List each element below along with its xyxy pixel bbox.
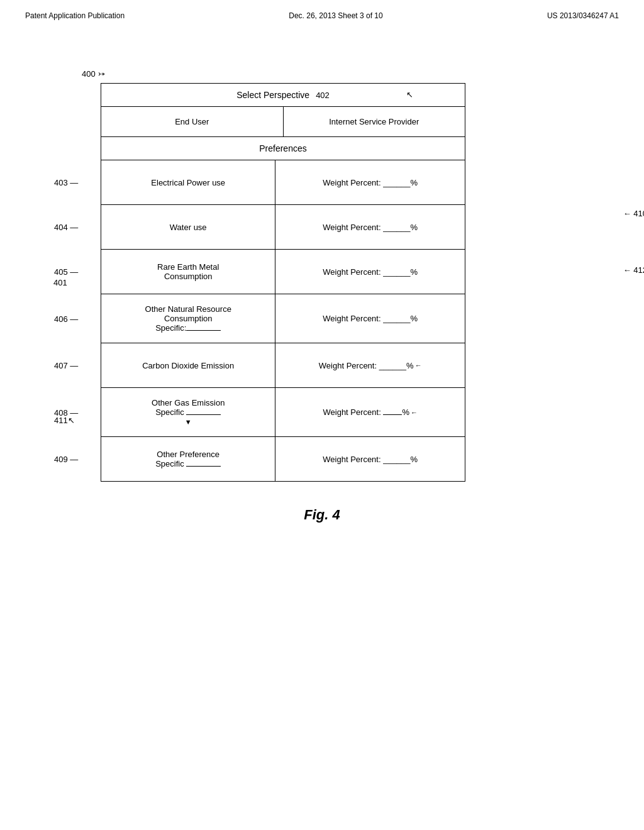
arrow-412: ← — [411, 409, 418, 416]
electrical-label-cell: Electrical Power use — [101, 160, 275, 204]
row-other-gas: 408 — 411↖ Other Gas EmissionSpecific ▼ … — [101, 388, 465, 437]
label-406: 406 — — [54, 314, 78, 323]
other-pref-weight-cell[interactable]: Weight Percent: ______% — [275, 437, 465, 481]
label-412: ← 412 — [623, 265, 644, 275]
end-user-cell[interactable]: End User — [101, 107, 284, 136]
label-400: 400 ⤐ — [82, 69, 105, 79]
other-pref-label-cell: Other PreferenceSpecific — [101, 437, 275, 481]
other-pref-weight: Weight Percent: ______% — [323, 455, 418, 464]
label-409: 409 — — [54, 455, 78, 464]
electrical-label: Electrical Power use — [151, 178, 225, 187]
carbon-weight: Weight Percent: ______% — [319, 361, 414, 370]
select-perspective-row: Select Perspective 402 ↖ — [101, 84, 465, 107]
diagram-wrapper: ← 410 ← 412 Select Perspective 402 ↖ 401… — [101, 83, 606, 482]
preferences-header: Preferences — [101, 137, 465, 160]
row-water: 404 — Water use Weight Percent: ______% — [101, 205, 465, 250]
label-402: 402 — [316, 91, 330, 100]
other-gas-weight: Weight Percent: % — [323, 407, 409, 417]
rare-earth-label: Rare Earth MetalConsumption — [157, 262, 219, 281]
patent-header: Patent Application Publication Dec. 26, … — [0, 0, 644, 26]
label-407: 407 — — [54, 361, 78, 370]
label-401: 401 — [53, 278, 67, 287]
row-electrical: 403 — Electrical Power use Weight Percen… — [101, 160, 465, 205]
row-carbon: 407 — Carbon Dioxide Emission Weight Per… — [101, 343, 465, 388]
header-center: Dec. 26, 2013 Sheet 3 of 10 — [289, 11, 382, 20]
water-weight-cell[interactable]: Weight Percent: ______% — [275, 205, 465, 249]
carbon-label-cell: Carbon Dioxide Emission — [101, 343, 275, 387]
label-411: 411↖ — [54, 416, 75, 425]
header-right: US 2013/0346247 A1 — [547, 11, 619, 20]
label-405: 405 — — [54, 267, 78, 277]
other-natural-weight-cell[interactable]: Weight Percent: ______% — [275, 294, 465, 343]
label-403: 403 — — [54, 178, 78, 187]
fig-label: Fig. 4 — [304, 507, 340, 523]
carbon-label: Carbon Dioxide Emission — [142, 361, 234, 370]
carbon-weight-cell[interactable]: Weight Percent: ______% ← — [275, 343, 465, 387]
arrow-402: ↖ — [406, 90, 413, 99]
label-410: ← 410 — [623, 209, 644, 218]
water-weight: Weight Percent: ______% — [323, 223, 418, 232]
other-gas-label-cell: Other Gas EmissionSpecific ▼ — [101, 388, 275, 436]
other-gas-weight-cell[interactable]: Weight Percent: % ← — [275, 388, 465, 436]
water-label-cell: Water use — [101, 205, 275, 249]
select-perspective-label: Select Perspective — [236, 90, 309, 100]
water-label: Water use — [170, 223, 207, 232]
electrical-weight: Weight Percent: ______% — [323, 178, 418, 187]
rare-earth-weight-cell[interactable]: Weight Percent: ______% — [275, 250, 465, 294]
perspective-buttons-row: 401 End User Internet Service Provider — [101, 107, 465, 137]
other-natural-weight: Weight Percent: ______% — [323, 314, 418, 323]
row-rare-earth: 405 — Rare Earth MetalConsumption Weight… — [101, 250, 465, 294]
fig-caption: Fig. 4 — [38, 507, 606, 523]
rare-earth-label-cell: Rare Earth MetalConsumption — [101, 250, 275, 294]
other-natural-label: Other Natural ResourceConsumptionSpecifi… — [145, 304, 231, 333]
row-other-natural: 406 — Other Natural ResourceConsumptionS… — [101, 294, 465, 343]
isp-label: Internet Service Provider — [329, 117, 419, 126]
main-content: 400 ⤐ ← 410 ← 412 Select Perspective 402… — [0, 26, 644, 548]
diagram-box: Select Perspective 402 ↖ 401 End User In… — [101, 83, 465, 482]
row-other-pref: 409 — Other PreferenceSpecific Weight Pe… — [101, 437, 465, 481]
isp-cell[interactable]: Internet Service Provider — [284, 107, 465, 136]
other-gas-label: Other Gas EmissionSpecific ▼ — [152, 398, 225, 426]
arrow-410: ← — [415, 362, 422, 369]
other-pref-label: Other PreferenceSpecific — [155, 450, 221, 468]
label-404: 404 — — [54, 223, 78, 232]
electrical-weight-cell[interactable]: Weight Percent: ______% — [275, 160, 465, 204]
preferences-title: Preferences — [259, 143, 306, 153]
header-left: Patent Application Publication — [25, 11, 125, 20]
other-natural-label-cell: Other Natural ResourceConsumptionSpecifi… — [101, 294, 275, 343]
end-user-label: End User — [175, 117, 209, 126]
rare-earth-weight: Weight Percent: ______% — [323, 267, 418, 277]
